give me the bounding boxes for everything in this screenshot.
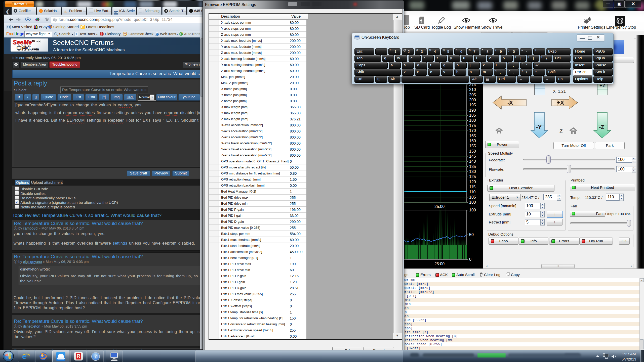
svg-text:195: 195 — [469, 103, 476, 107]
svg-text:25:00: 25:00 — [434, 204, 445, 209]
svg-text:145: 145 — [469, 154, 476, 158]
svg-text:155: 155 — [469, 144, 476, 148]
svg-text:50: 50 — [469, 233, 474, 237]
svg-text:e: e — [22, 352, 27, 360]
svg-text:-X: -X — [507, 100, 513, 106]
svg-text:140: 140 — [469, 159, 476, 163]
svg-text:♫: ♫ — [94, 353, 98, 360]
svg-text:105: 105 — [469, 195, 476, 199]
svg-text:150: 150 — [469, 149, 476, 153]
svg-text:135: 135 — [469, 164, 476, 169]
svg-text:175: 175 — [469, 123, 476, 128]
svg-text:180: 180 — [469, 118, 476, 122]
svg-text:210: 210 — [469, 87, 476, 92]
svg-text:170: 170 — [469, 128, 476, 133]
svg-text:190: 190 — [469, 108, 476, 112]
svg-text:160: 160 — [469, 139, 476, 143]
svg-text:165: 165 — [469, 134, 476, 138]
svg-text:205: 205 — [469, 93, 476, 97]
svg-text:-Z: -Z — [599, 124, 604, 130]
svg-text:115: 115 — [469, 185, 476, 189]
svg-text:110: 110 — [469, 190, 476, 194]
svg-text:130: 130 — [469, 169, 476, 174]
svg-text:+X: +X — [557, 100, 564, 106]
svg-text:-Y: -Y — [536, 124, 542, 130]
svg-text:0: 0 — [469, 257, 471, 261]
svg-text:120: 120 — [469, 180, 476, 184]
svg-text:100: 100 — [469, 200, 476, 204]
svg-text:25:00: 25:00 — [434, 262, 445, 266]
svg-text:200: 200 — [469, 98, 476, 102]
svg-text:185: 185 — [469, 113, 476, 117]
svg-text:100: 100 — [469, 208, 476, 212]
svg-text:125: 125 — [469, 174, 476, 179]
svg-text:T: T — [75, 33, 77, 35]
